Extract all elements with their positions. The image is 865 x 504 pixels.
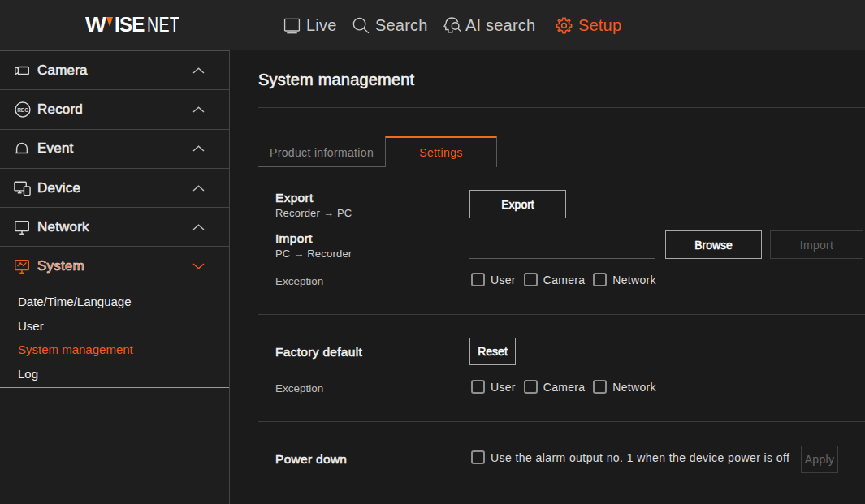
svg-text:REC: REC [17,107,28,113]
